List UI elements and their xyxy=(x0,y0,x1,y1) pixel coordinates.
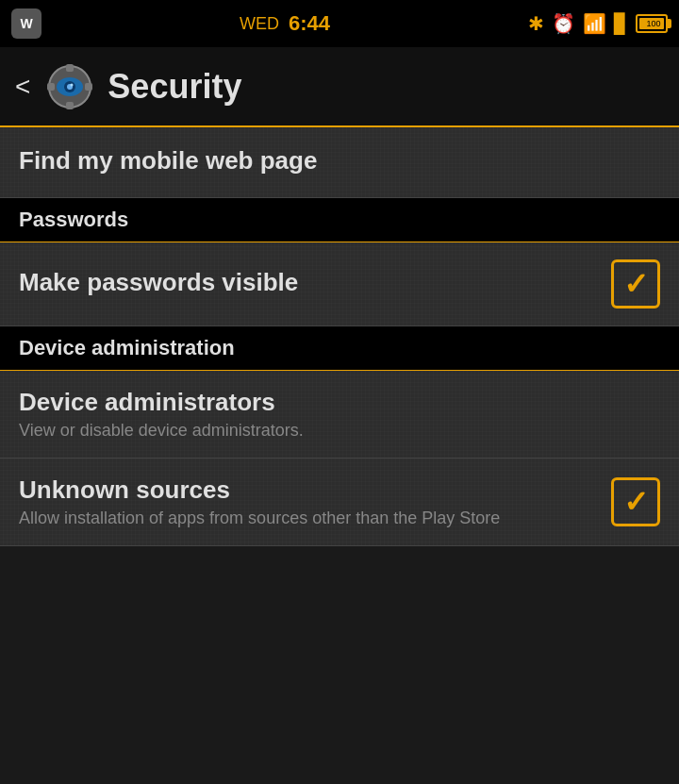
header: < Security xyxy=(0,47,679,127)
svg-rect-3 xyxy=(47,83,55,91)
status-bar: W WED 6:44 ✱ ⏰ 📶 ▊ 100 xyxy=(0,0,679,47)
unknown-sources-text: Unknown sources Allow installation of ap… xyxy=(19,475,611,528)
bluetooth-icon: ✱ xyxy=(528,12,544,35)
page-title: Security xyxy=(108,67,241,107)
passwords-visible-text: Make passwords visible xyxy=(19,268,611,301)
status-time: 6:44 xyxy=(289,11,330,36)
find-mobile-title: Find my mobile web page xyxy=(19,146,660,175)
wifi-icon: 📶 xyxy=(583,12,606,35)
svg-rect-2 xyxy=(66,102,74,109)
security-icon xyxy=(45,62,94,111)
status-right: ✱ ⏰ 📶 ▊ 100 xyxy=(528,12,668,35)
find-mobile-text: Find my mobile web page xyxy=(19,146,660,179)
list-item-passwords-visible[interactable]: Make passwords visible xyxy=(0,242,679,326)
list-item-find-mobile[interactable]: Find my mobile web page xyxy=(0,127,679,198)
passwords-visible-title: Make passwords visible xyxy=(19,268,611,297)
back-button[interactable]: < xyxy=(15,72,30,102)
status-day: WED xyxy=(240,14,279,34)
list-item-device-admins[interactable]: Device administrators View or disable de… xyxy=(0,371,679,459)
battery-text: 100 xyxy=(639,19,668,28)
device-admins-title: Device administrators xyxy=(19,388,660,417)
svg-rect-1 xyxy=(66,64,74,72)
battery-icon: 100 xyxy=(636,14,668,33)
device-admins-subtitle: View or disable device administrators. xyxy=(19,421,660,441)
section-header-passwords: Passwords xyxy=(0,198,679,242)
unknown-sources-title: Unknown sources xyxy=(19,475,611,505)
unknown-sources-subtitle: Allow installation of apps from sources … xyxy=(19,509,611,528)
passwords-visible-checkbox[interactable] xyxy=(611,259,660,309)
svg-point-8 xyxy=(71,83,74,86)
svg-rect-4 xyxy=(85,83,92,91)
section-header-device-admin: Device administration xyxy=(0,326,679,371)
alarm-icon: ⏰ xyxy=(552,12,575,35)
status-center: WED 6:44 xyxy=(240,11,330,36)
wordament-icon: W xyxy=(11,8,41,39)
content: Find my mobile web page Passwords Make p… xyxy=(0,127,679,546)
status-left: W xyxy=(11,8,41,39)
device-admins-text: Device administrators View or disable de… xyxy=(19,388,660,441)
signal-icon: ▊ xyxy=(614,12,628,35)
unknown-sources-checkbox[interactable] xyxy=(611,477,660,526)
list-item-unknown-sources[interactable]: Unknown sources Allow installation of ap… xyxy=(0,459,679,546)
